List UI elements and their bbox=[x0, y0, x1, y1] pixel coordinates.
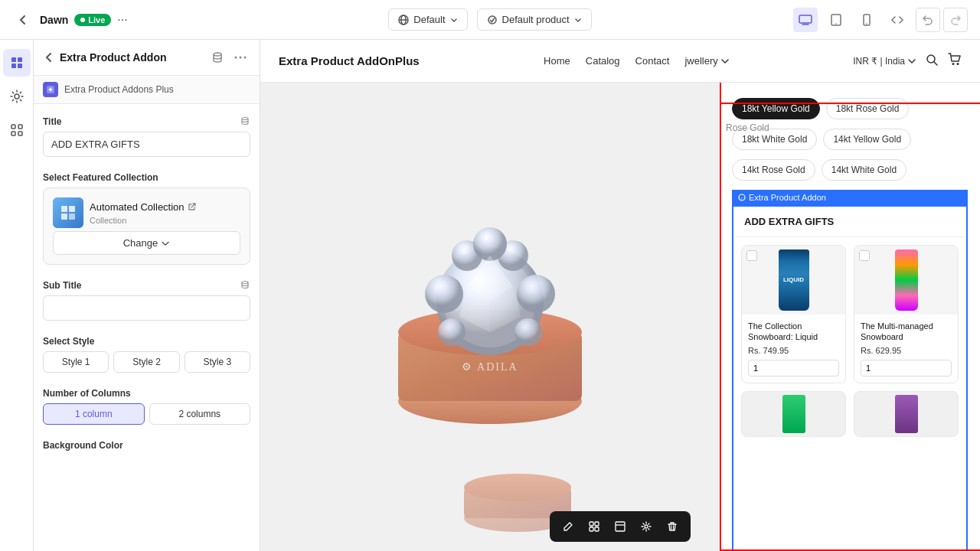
tablet-view-button[interactable] bbox=[824, 8, 848, 32]
addon-product-1-name: The Collection Snowboard: Liquid bbox=[748, 321, 839, 343]
collection-info: Automated Collection Collection bbox=[90, 201, 197, 225]
style-field-group: Select Style Style 1 Style 2 Style 3 bbox=[43, 336, 250, 373]
toolbar-settings-button[interactable] bbox=[635, 516, 657, 537]
variant-14kt-white[interactable]: 14kt White Gold bbox=[822, 159, 906, 181]
code-view-button[interactable] bbox=[885, 8, 910, 32]
back-button[interactable] bbox=[12, 9, 34, 31]
nav-contact[interactable]: Contact bbox=[635, 55, 670, 67]
currency-selector[interactable]: INR ₹ | India bbox=[853, 56, 916, 67]
variant-14kt-rose[interactable]: 14kt Rose Gold bbox=[732, 159, 815, 181]
svg-rect-13 bbox=[18, 64, 22, 68]
nav-home[interactable]: Home bbox=[544, 55, 570, 67]
undo-button[interactable] bbox=[916, 8, 940, 32]
toolbar-grid-button[interactable] bbox=[583, 516, 605, 537]
style1-button[interactable]: Style 1 bbox=[43, 351, 109, 373]
toolbar-edit-button[interactable] bbox=[557, 516, 579, 537]
chevron-down-icon bbox=[574, 16, 582, 24]
svg-rect-56 bbox=[590, 527, 593, 531]
panel-more-button[interactable] bbox=[230, 47, 250, 67]
toolbar-layout-button[interactable] bbox=[609, 516, 631, 537]
nav-catalog[interactable]: Catalog bbox=[586, 55, 620, 67]
svg-rect-16 bbox=[18, 125, 22, 129]
snowboard-multi-image bbox=[895, 249, 918, 311]
svg-point-14 bbox=[15, 94, 19, 99]
addon-product-1-price: Rs. 749.95 bbox=[748, 346, 839, 355]
nav-jwellery[interactable]: jwellery bbox=[684, 55, 728, 67]
chevron-down-icon bbox=[450, 16, 458, 24]
addon-product-2-info: The Multi-managed Snowboard Rs. 629.95 bbox=[854, 315, 958, 383]
svg-rect-57 bbox=[595, 527, 599, 531]
panel-header: Extra Product Addon bbox=[34, 40, 260, 76]
svg-point-20 bbox=[235, 57, 237, 59]
variant-14kt-yellow[interactable]: 14kt Yellow Gold bbox=[823, 129, 911, 150]
svg-rect-58 bbox=[616, 522, 625, 531]
title-input[interactable] bbox=[43, 132, 250, 157]
store-nav: Extra Product AddOnPlus Home Catalog Con… bbox=[260, 40, 980, 83]
collection-label: Select Featured Collection bbox=[43, 172, 250, 183]
svg-rect-15 bbox=[11, 125, 15, 129]
apps-button[interactable] bbox=[3, 116, 31, 144]
theme-dropdown[interactable]: Default bbox=[388, 8, 467, 31]
addon-popup-label: i Extra Product Addon bbox=[732, 190, 968, 205]
addon-product-2-image bbox=[854, 246, 958, 315]
addon-header: ADD EXTRA GIFTS bbox=[733, 207, 966, 237]
settings-button[interactable] bbox=[3, 83, 31, 110]
columns-field-group: Number of Columns 1 column 2 columns bbox=[43, 388, 250, 425]
desktop-view-button[interactable] bbox=[793, 8, 818, 32]
info-icon: i bbox=[738, 194, 746, 201]
sections-button[interactable] bbox=[3, 49, 31, 77]
redo-button[interactable] bbox=[943, 8, 968, 32]
2columns-button[interactable]: 2 columns bbox=[149, 403, 251, 425]
nav-right: INR ₹ | India bbox=[853, 53, 962, 69]
subtitle-input[interactable] bbox=[43, 295, 250, 321]
undo-redo-group bbox=[916, 8, 968, 32]
svg-rect-12 bbox=[11, 64, 16, 68]
addon-products: LIQUID The Collection Snowboard: Liquid … bbox=[733, 237, 966, 391]
addon-product-1-checkbox[interactable] bbox=[746, 250, 757, 261]
subtitle-label: Sub Title bbox=[43, 280, 250, 291]
chevron-down-icon bbox=[721, 58, 729, 64]
variant-group-3: 14kt Rose Gold 14kt White Gold bbox=[732, 159, 968, 181]
ring-image: ⚙ ADILA bbox=[360, 179, 620, 455]
svg-rect-25 bbox=[61, 206, 67, 212]
addon-product-2-qty[interactable] bbox=[861, 360, 952, 377]
search-button[interactable] bbox=[925, 53, 939, 69]
bg-color-label: Background Color bbox=[43, 440, 250, 451]
style-options: Style 1 Style 2 Style 3 bbox=[43, 351, 250, 373]
external-link-icon[interactable] bbox=[188, 202, 197, 211]
database-icon-button[interactable] bbox=[207, 47, 227, 67]
svg-text:⚙ ADILA: ⚙ ADILA bbox=[462, 361, 518, 373]
addon-more-products bbox=[733, 391, 966, 437]
variant-18kt-rose[interactable]: 18kt Rose Gold bbox=[826, 98, 910, 119]
store-logo: Extra Product AddOnPlus bbox=[279, 54, 420, 67]
toolbar-delete-button[interactable] bbox=[662, 516, 683, 537]
change-collection-button[interactable]: Change bbox=[53, 231, 240, 255]
red-border-top bbox=[720, 103, 980, 104]
style2-button[interactable]: Style 2 bbox=[113, 351, 179, 373]
subtitle-field-group: Sub Title bbox=[43, 280, 250, 321]
db-icon bbox=[240, 116, 250, 127]
product-icon bbox=[487, 15, 498, 25]
cart-button[interactable] bbox=[948, 53, 962, 69]
top-bar-center: Default Default product bbox=[388, 8, 591, 31]
variant-18kt-yellow[interactable]: 18kt Yellow Gold bbox=[732, 98, 820, 119]
addon-product-2-checkbox[interactable] bbox=[859, 250, 870, 261]
collection-type: Collection bbox=[90, 216, 197, 225]
mobile-view-button[interactable] bbox=[854, 8, 879, 32]
back-icon[interactable] bbox=[43, 51, 55, 64]
panel-actions bbox=[207, 47, 250, 67]
store-content: ⚙ ADILA bbox=[260, 83, 980, 551]
collection-thumbnail bbox=[53, 197, 83, 228]
svg-rect-27 bbox=[61, 214, 67, 220]
svg-rect-11 bbox=[18, 57, 22, 62]
1column-button[interactable]: 1 column bbox=[43, 403, 145, 425]
addon-product-2: The Multi-managed Snowboard Rs. 629.95 bbox=[854, 245, 959, 383]
more-options-button[interactable]: ··· bbox=[117, 13, 127, 27]
rose-gold-label: Rose Gold bbox=[726, 122, 769, 133]
addon-product-2-name: The Multi-managed Snowboard bbox=[861, 321, 952, 343]
title-field-group: Title bbox=[43, 116, 250, 157]
product-dropdown[interactable]: Default product bbox=[477, 8, 592, 31]
style3-button[interactable]: Style 3 bbox=[185, 351, 250, 373]
panel-title: Extra Product Addon bbox=[43, 51, 167, 64]
addon-product-1-qty[interactable] bbox=[748, 360, 839, 377]
